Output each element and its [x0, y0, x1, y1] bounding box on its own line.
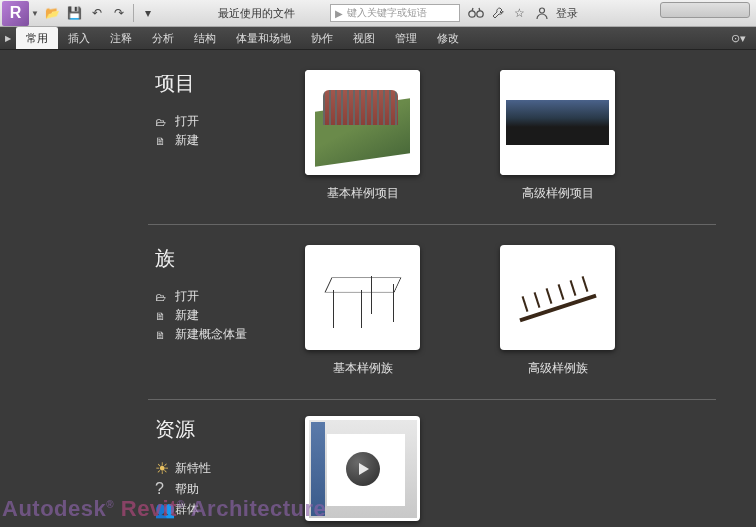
watermark: Autodesk® Revit® Architecture: [2, 496, 326, 522]
family-new-link[interactable]: 🗎 新建: [155, 307, 300, 324]
card-advanced-family[interactable]: 高级样例族: [500, 245, 615, 377]
project-cards: 基本样例项目 高级样例项目: [305, 70, 615, 202]
tab-collaborate[interactable]: 协作: [301, 27, 343, 49]
start-page: 项目 🗁 打开 🗎 新建 基本样例项目 高级样例项目: [0, 50, 756, 527]
family-open-link[interactable]: 🗁 打开: [155, 288, 300, 305]
open-icon[interactable]: 📂: [43, 3, 63, 23]
qat-dropdown-icon[interactable]: ▾: [138, 3, 158, 23]
thumb-basic-project: [305, 70, 420, 175]
svg-point-1: [477, 11, 483, 17]
resources-whatsnew-label: 新特性: [175, 460, 211, 477]
projects-title: 项目: [155, 70, 300, 97]
section-projects-left: 项目 🗁 打开 🗎 新建: [155, 70, 300, 202]
section-projects: 项目 🗁 打开 🗎 新建 基本样例项目 高级样例项目: [0, 50, 756, 202]
svg-point-2: [539, 8, 544, 13]
quick-access-toolbar: 📂 💾 ↶ ↷ ▾: [43, 3, 158, 23]
watermark-product: Revit: [121, 496, 177, 521]
tab-view[interactable]: 视图: [343, 27, 385, 49]
document-icon: 🗎: [155, 135, 169, 147]
search-icon: ▶: [335, 8, 343, 19]
family-open-label: 打开: [175, 288, 199, 305]
resources-whatsnew-link[interactable]: ☀ 新特性: [155, 459, 300, 478]
app-menu-dropdown-icon[interactable]: ▼: [31, 9, 39, 18]
folder-icon: 🗁: [155, 116, 169, 128]
tab-annotate[interactable]: 注释: [100, 27, 142, 49]
ribbon-bullet-icon[interactable]: ⊙▾: [731, 32, 746, 45]
thumb-advanced-family: [500, 245, 615, 350]
user-icon[interactable]: [534, 5, 550, 21]
tab-insert[interactable]: 插入: [58, 27, 100, 49]
watermark-suffix: Architecture: [191, 496, 327, 521]
card-basic-family[interactable]: 基本样例族: [305, 245, 420, 377]
section-families-left: 族 🗁 打开 🗎 新建 🗎 新建概念体量: [155, 245, 300, 377]
tab-home[interactable]: 常用: [16, 27, 58, 49]
ribbon-extras: ⊙▾: [731, 27, 756, 49]
document-icon: 🗎: [155, 329, 169, 341]
card-advanced-project-label: 高级样例项目: [522, 185, 594, 202]
wrench-icon[interactable]: [490, 5, 506, 21]
star-icon[interactable]: ☆: [512, 5, 528, 21]
save-icon[interactable]: 💾: [65, 3, 85, 23]
project-new-link[interactable]: 🗎 新建: [155, 132, 300, 149]
title-right-tools: ☆ 登录: [468, 5, 578, 21]
separator: [133, 4, 134, 22]
app-menu-button[interactable]: R: [2, 1, 29, 26]
family-new-mass-link[interactable]: 🗎 新建概念体量: [155, 326, 300, 343]
search-input[interactable]: ▶ 键入关键字或短语: [330, 4, 460, 22]
folder-icon: 🗁: [155, 291, 169, 303]
undo-icon[interactable]: ↶: [87, 3, 107, 23]
section-families: 族 🗁 打开 🗎 新建 🗎 新建概念体量: [0, 225, 756, 377]
card-basic-family-label: 基本样例族: [333, 360, 393, 377]
binoculars-icon[interactable]: [468, 5, 484, 21]
card-basic-project[interactable]: 基本样例项目: [305, 70, 420, 202]
family-cards: 基本样例族 高级样例族: [305, 245, 615, 377]
ribbon-collapse-icon[interactable]: ▶: [0, 27, 16, 49]
family-new-label: 新建: [175, 307, 199, 324]
tab-manage[interactable]: 管理: [385, 27, 427, 49]
project-new-label: 新建: [175, 132, 199, 149]
search-placeholder: 键入关键字或短语: [347, 6, 427, 20]
title-text: 最近使用的文件: [218, 6, 295, 21]
thumb-advanced-project: [500, 70, 615, 175]
play-icon: [346, 452, 380, 486]
card-advanced-project[interactable]: 高级样例项目: [500, 70, 615, 202]
infocenter-panel[interactable]: [660, 2, 750, 18]
tab-massing[interactable]: 体量和场地: [226, 27, 301, 49]
families-title: 族: [155, 245, 300, 272]
svg-point-0: [469, 11, 475, 17]
tab-analyze[interactable]: 分析: [142, 27, 184, 49]
tab-structure[interactable]: 结构: [184, 27, 226, 49]
card-basic-project-label: 基本样例项目: [327, 185, 399, 202]
watermark-vendor: Autodesk: [2, 496, 106, 521]
login-link[interactable]: 登录: [556, 6, 578, 21]
family-new-mass-label: 新建概念体量: [175, 326, 247, 343]
document-icon: 🗎: [155, 310, 169, 322]
sun-icon: ☀: [155, 459, 169, 478]
resources-title: 资源: [155, 416, 300, 443]
card-advanced-family-label: 高级样例族: [528, 360, 588, 377]
project-open-link[interactable]: 🗁 打开: [155, 113, 300, 130]
thumb-basic-family: [305, 245, 420, 350]
redo-icon[interactable]: ↷: [109, 3, 129, 23]
titlebar: R ▼ 📂 💾 ↶ ↷ ▾ 最近使用的文件 ▶ 键入关键字或短语 ☆ 登录: [0, 0, 756, 27]
ribbon: ▶ 常用 插入 注释 分析 结构 体量和场地 协作 视图 管理 修改 ⊙▾: [0, 27, 756, 50]
tab-modify[interactable]: 修改: [427, 27, 469, 49]
resources-help-label: 帮助: [175, 481, 199, 498]
project-open-label: 打开: [175, 113, 199, 130]
